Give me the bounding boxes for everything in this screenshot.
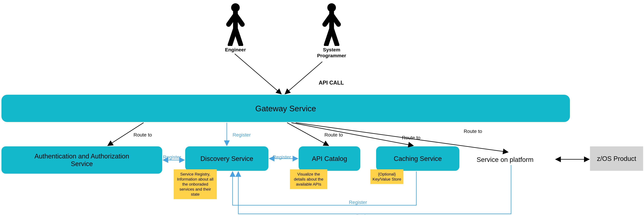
zos-product-box: z/OS Product	[590, 146, 643, 171]
gateway-service-label: Gateway Service	[255, 104, 316, 113]
register-label-auth-disc: Register	[163, 154, 181, 160]
svg-line-2	[235, 54, 281, 94]
person-icon	[225, 3, 246, 46]
discovery-note: Service Registry, Information about all …	[174, 169, 217, 199]
discovery-service-box: Discovery Service	[185, 146, 268, 171]
gateway-service-box: Gateway Service	[2, 95, 570, 122]
service-on-platform-label: Service on platform	[476, 156, 534, 164]
auth-service-box: Authentication and Authorization Service	[2, 146, 162, 174]
register-label-plat-disc: Register	[356, 214, 373, 215]
zos-product-label: z/OS Product	[597, 155, 636, 162]
register-label-gw-disc: Register	[232, 132, 251, 138]
svg-line-3	[285, 62, 322, 94]
svg-line-6	[292, 123, 414, 146]
api-catalog-label: API Catalog	[312, 155, 347, 162]
caching-note: {Optional} Key/Value Store	[370, 169, 404, 184]
route-to-label-caching: Route to	[402, 135, 420, 140]
auth-service-label: Authentication and Authorization Service	[34, 152, 129, 168]
discovery-service-label: Discovery Service	[200, 155, 253, 162]
caching-service-box: Caching Service	[376, 146, 460, 171]
actor-engineer-label: Engineer	[217, 47, 254, 53]
register-label-cat-disc: Register	[273, 154, 291, 160]
actor-sysprog: System Programmer	[312, 3, 352, 58]
route-to-label-platform: Route to	[464, 128, 482, 134]
svg-line-5	[287, 123, 329, 146]
actor-engineer: Engineer	[217, 3, 254, 53]
route-to-label-auth: Route to	[134, 132, 152, 138]
caching-service-label: Caching Service	[394, 155, 442, 162]
route-to-label-catalog: Route to	[324, 132, 343, 138]
register-label-cache-disc: Register	[349, 200, 367, 205]
actor-sysprog-label: System Programmer	[312, 47, 352, 58]
person-icon	[321, 3, 342, 46]
api-call-label: API CALL	[319, 80, 344, 86]
api-catalog-note: Visualize the details about the availabl…	[290, 169, 327, 189]
diagram-canvas: Engineer System Programmer API CALL Gate…	[0, 0, 644, 215]
api-catalog-box: API Catalog	[298, 146, 360, 171]
